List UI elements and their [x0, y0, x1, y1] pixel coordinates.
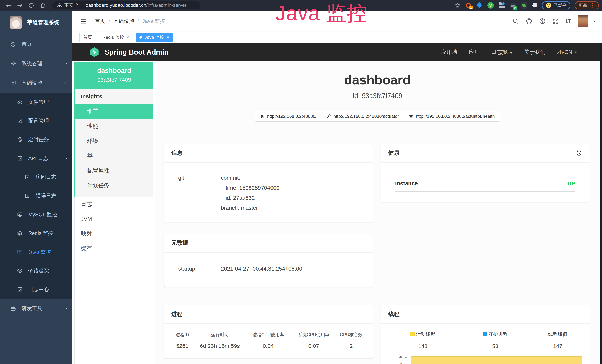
browser-back-icon[interactable]: [5, 2, 11, 9]
tab-label: 首页: [83, 34, 92, 40]
sidebar-collapse-icon[interactable]: [80, 17, 87, 25]
app-logo-row: 芋道管理系统: [0, 11, 72, 34]
browser-address-bar[interactable]: 不安全 dashboard.yudao.iocoder.cn/infra/adm…: [52, 1, 201, 9]
sidebar-item-定时任务[interactable]: 定时任务: [0, 130, 72, 149]
bookmark-star-icon[interactable]: [454, 2, 461, 9]
edit-icon: [24, 193, 30, 199]
profile-paused-pill[interactable]: 已暂停: [542, 1, 570, 10]
sidebar-item-日志中心[interactable]: 日志中心: [0, 280, 72, 299]
sba-locale-select[interactable]: zh-CN: [557, 49, 572, 55]
sba-sidebar-item-性能[interactable]: 性能: [75, 119, 153, 134]
legend-item-守护进程: 守护进程: [461, 331, 529, 337]
legend-label: 活动线程: [416, 331, 435, 337]
avatar-caret-icon[interactable]: [592, 19, 596, 23]
sidebar-item-系统管理[interactable]: 系统管理: [0, 54, 72, 73]
browser-scrollbar[interactable]: [600, 43, 602, 364]
process-column-header: CPU核心数: [335, 332, 367, 338]
sidebar-item-文件管理[interactable]: 文件管理: [0, 93, 72, 111]
browser-forward-icon[interactable]: [17, 2, 23, 9]
extension-icon-pin[interactable]: [476, 2, 483, 9]
tab-close-icon[interactable]: ×: [127, 35, 129, 40]
sba-nav-应用墙[interactable]: 应用墙: [441, 48, 457, 56]
chevron-down-icon: [64, 306, 68, 311]
sidebar-item-研发工具[interactable]: 研发工具: [0, 299, 72, 318]
tab-首页[interactable]: 首页: [79, 33, 96, 42]
instance-header[interactable]: dashboard 93a3fc7f7409: [74, 62, 153, 89]
sidebar-item-配置管理[interactable]: 配置管理: [0, 111, 72, 130]
fullscreen-icon[interactable]: [552, 18, 559, 24]
sba-nav-日志报表[interactable]: 日志报表: [491, 48, 513, 56]
sba-brand[interactable]: Spring Boot Admin: [105, 48, 169, 56]
sba-sidebar-item-日志[interactable]: 日志: [75, 197, 153, 211]
list-icon: on: [510, 3, 516, 8]
extension-icon-leaf[interactable]: [520, 2, 527, 9]
url-divider: [82, 3, 82, 8]
sidebar-item-错误日志[interactable]: 错误日志: [0, 186, 72, 205]
sidebar-item-Redis 监控[interactable]: Redis 监控: [0, 224, 72, 243]
wrench-icon: [326, 114, 331, 118]
sba-nav-关于我们[interactable]: 关于我们: [524, 48, 546, 56]
tab-Redis 监控[interactable]: Redis 监控×: [99, 33, 133, 42]
tab-close-icon[interactable]: ×: [167, 35, 169, 40]
info-row-git: git commit:time: 1596289704000id: 27aa83…: [178, 173, 358, 216]
chevron-up-icon: [64, 156, 68, 161]
browser-home-icon[interactable]: [40, 2, 46, 9]
instance-link-button[interactable]: http://192.168.0.2:48080/actuator/health: [404, 111, 500, 122]
topbar-actions: 𝗍T: [512, 15, 596, 27]
history-icon[interactable]: [576, 150, 582, 156]
edit-icon: [17, 156, 23, 161]
sba-sidebar-item-类[interactable]: 类: [75, 148, 153, 163]
sidebar-item-label: 配置管理: [28, 117, 49, 124]
sba-sidebar-item-映射[interactable]: 映射: [75, 226, 153, 241]
extension-icon-orange[interactable]: 1: [465, 2, 472, 9]
font-size-icon[interactable]: 𝗍T: [566, 18, 571, 24]
sidebar-item-label: 访问日志: [36, 173, 56, 181]
locale-caret-icon[interactable]: [573, 50, 578, 54]
github-icon[interactable]: [526, 18, 532, 24]
extension-icon-grid[interactable]: [498, 2, 505, 9]
git-detail-line: branch: master: [221, 203, 358, 213]
instance-link-button[interactable]: http://192.168.0.2:48080/actuator: [321, 111, 404, 122]
sidebar-item-基础设施[interactable]: 基础设施: [0, 73, 72, 93]
breadcrumb-item[interactable]: 首页: [95, 18, 105, 25]
sidebar-item-MySQL 监控[interactable]: MySQL 监控: [0, 205, 72, 224]
user-avatar[interactable]: [578, 15, 588, 27]
legend-value: 143: [385, 343, 461, 349]
chevron-down-icon: [64, 61, 68, 66]
legend-item-线程峰值: 线程峰值: [529, 331, 586, 337]
sba-sidebar-item-JVM[interactable]: JVM: [75, 211, 153, 226]
sba-sidebar-item-计划任务[interactable]: 计划任务: [75, 178, 153, 193]
instance-link-group: http://192.168.0.2:48080/http://192.168.…: [155, 111, 600, 122]
browser-update-button[interactable]: 更新 ⋮: [575, 1, 599, 10]
process-column-header: 进程CPU使用率: [245, 332, 292, 338]
sba-sidebar-item-配置属性[interactable]: 配置属性: [75, 163, 153, 178]
extensions-puzzle-icon[interactable]: [532, 2, 538, 9]
extension-icon-switch[interactable]: on: [509, 2, 516, 9]
sidebar-item-首页[interactable]: 首页: [0, 34, 72, 54]
process-table-header: 进程ID运行时间进程CPU使用率系统CPU使用率CPU核心数: [170, 332, 367, 338]
search-icon[interactable]: [512, 18, 519, 24]
help-icon[interactable]: [539, 18, 546, 24]
process-table-values: 52616d 23h 15m 59s0.040.072: [170, 338, 367, 349]
sba-sidebar-item-缓存[interactable]: 缓存: [75, 241, 153, 256]
sidebar-item-访问日志[interactable]: 访问日志: [0, 168, 72, 186]
sba-navbar: Spring Boot Admin 应用墙应用日志报表关于我们zh-CN: [72, 43, 602, 61]
browser-reload-icon[interactable]: [28, 2, 34, 9]
sidebar-item-API 日志[interactable]: API 日志: [0, 149, 72, 168]
sidebar-item-链路追踪[interactable]: 链路追踪: [0, 261, 72, 280]
kebab-menu-icon[interactable]: ⋮: [590, 3, 595, 8]
instance-link-button[interactable]: http://192.168.0.2:48080/: [255, 111, 322, 122]
sba-sidebar-item-细节[interactable]: 细节: [74, 104, 153, 119]
health-card: 健康 Instance UP: [381, 144, 590, 202]
sba-nav-应用[interactable]: 应用: [469, 48, 480, 56]
threads-area-chart: 140120100: [385, 354, 586, 364]
breadcrumb-item[interactable]: 基础设施: [113, 18, 134, 25]
edit-icon: [17, 287, 23, 292]
sba-logo-icon[interactable]: [89, 47, 100, 57]
tab-Java 监控[interactable]: Java 监控×: [136, 33, 173, 42]
layers-icon: [17, 230, 23, 236]
chart-y-tick: 120: [385, 362, 407, 364]
sidebar-item-Java 监控[interactable]: Java 监控: [0, 243, 72, 261]
sba-sidebar-item-环境[interactable]: 环境: [75, 134, 153, 148]
extension-icon-y[interactable]: y: [487, 2, 494, 9]
